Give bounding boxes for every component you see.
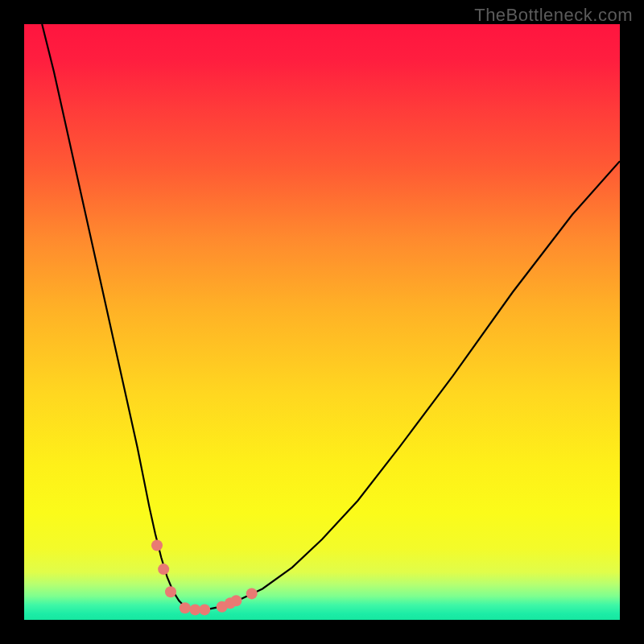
curve-layer bbox=[24, 24, 620, 620]
data-marker bbox=[158, 564, 169, 575]
data-marker bbox=[199, 604, 210, 615]
data-marker bbox=[151, 540, 163, 551]
bottleneck-curve bbox=[42, 24, 620, 609]
data-marker bbox=[246, 588, 258, 599]
chart-frame: TheBottleneck.com bbox=[0, 0, 644, 644]
watermark-text: TheBottleneck.com bbox=[474, 5, 633, 26]
data-marker bbox=[165, 586, 176, 597]
data-marker bbox=[180, 602, 191, 613]
data-marker bbox=[230, 595, 242, 606]
plot-area bbox=[24, 24, 620, 620]
